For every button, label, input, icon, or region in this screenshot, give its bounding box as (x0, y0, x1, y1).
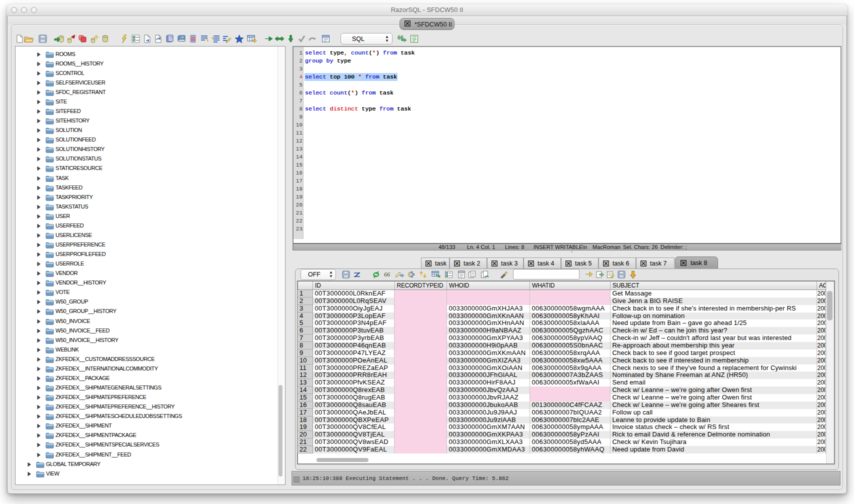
svg-text:66: 66 (384, 271, 390, 278)
